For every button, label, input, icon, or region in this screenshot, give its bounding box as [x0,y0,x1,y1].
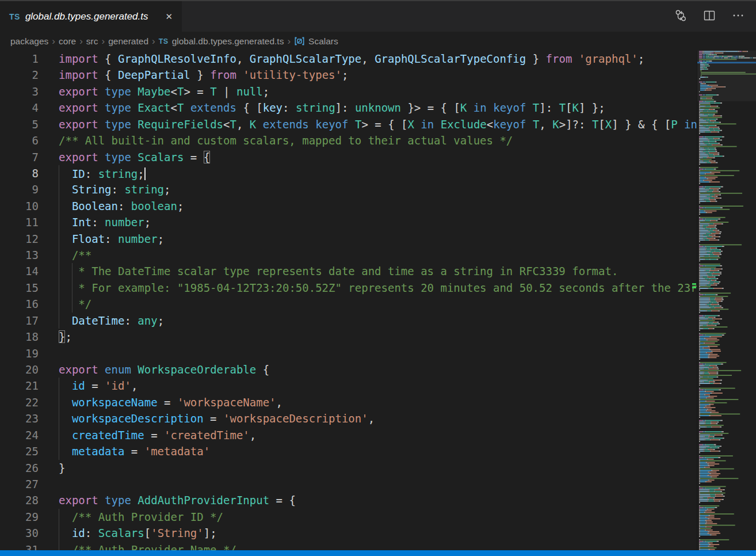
indent-guide [59,542,59,550]
indent-guide [59,525,59,541]
breadcrumb-item-global-db-types-generated-ts[interactable]: TSglobal.db.types.generated.ts [159,36,284,47]
more-actions-button[interactable] [731,9,746,24]
line-number: 18 [0,329,39,345]
split-editor-button[interactable] [702,9,717,24]
code-line[interactable]: 24 createdTime = 'createdTime', [0,427,697,443]
breadcrumb-label: src [86,36,98,47]
line-number: 21 [0,378,39,394]
more-actions-icon [731,9,745,25]
indent-guide [59,263,59,279]
chevron-right-icon: › [287,36,291,46]
line-content: Int: number; [59,214,151,230]
indent-guide [72,280,72,296]
line-content: Boolean: boolean; [59,198,184,214]
code-line[interactable]: 26} [0,460,697,476]
typescript-file-icon: TS [9,12,20,21]
indent-guide [59,394,59,410]
code-line[interactable]: 11 Int: number; [0,214,697,230]
line-number: 1 [0,51,39,67]
code-line[interactable]: 17 DateTime: any; [0,313,697,329]
code-line[interactable]: 10 Boolean: boolean; [0,198,697,214]
code-line[interactable]: 28export type AddAuthProviderInput = { [0,492,697,508]
code-line[interactable]: 9 String: string; [0,181,697,197]
line-content: /** All built-in and custom scalars, map… [59,132,513,148]
code-line[interactable]: 1import { GraphQLResolveInfo, GraphQLSca… [0,51,697,67]
code-line[interactable]: 29 /** Auth Provider ID */ [0,509,697,525]
minimap[interactable] [697,51,756,550]
indent-guide [59,165,59,182]
indent-guide [59,247,59,263]
code-line[interactable]: 13 /** [0,247,697,263]
code-line[interactable]: 23 workspaceDescription = 'workspaceDesc… [0,410,697,426]
line-content: import { DeepPartial } from 'utility-typ… [59,67,348,83]
code-line[interactable]: 27 [0,476,697,492]
tab-global-db-types[interactable]: TS global.db.types.generated.ts ✕ [0,1,182,32]
code-line[interactable]: 21 id = 'id', [0,378,697,394]
line-content: metadata = 'metadata' [59,443,210,459]
tab-bar: TS global.db.types.generated.ts ✕ [0,0,756,32]
breadcrumb-item-generated[interactable]: generated [108,36,148,47]
tab-title: global.db.types.generated.ts [25,11,158,22]
split-editor-icon [702,9,716,25]
code-line[interactable]: 5export type RequireFields<T, K extends … [0,116,697,132]
line-content: export type Maybe<T> = T | null; [59,83,269,100]
indent-guide [59,231,59,247]
code-line[interactable]: 8 ID: string; [0,165,697,181]
minimap-slider[interactable] [697,51,756,101]
code-line[interactable]: 25 metadata = 'metadata' [0,443,697,459]
indent-guide [59,214,59,230]
breadcrumb-label: generated [108,36,148,47]
chevron-right-icon: › [102,36,105,46]
line-number: 31 [0,542,39,550]
code-line[interactable]: 7export type Scalars = { [0,149,697,165]
line-number: 22 [0,394,39,410]
line-number: 7 [0,149,39,165]
line-number: 30 [0,525,39,541]
code-line[interactable]: 4export type Exact<T extends { [key: str… [0,100,697,116]
line-content: ID: string; [59,165,146,182]
line-content: Float: number; [59,231,164,247]
line-content: * For example: "1985-04-12T23:20:50.52Z"… [59,280,697,296]
line-content: export type Scalars = { [59,149,210,165]
line-content: String: string; [59,181,171,197]
code-line[interactable]: 15 * For example: "1985-04-12T23:20:50.5… [0,280,697,296]
line-content: id: Scalars['String']; [59,525,217,541]
overview-ruler-mark [692,283,696,285]
code-line[interactable]: 19 [0,345,697,361]
status-bar [0,550,756,556]
line-number: 15 [0,280,39,296]
code-editor[interactable]: 1import { GraphQLResolveInfo, GraphQLSca… [0,51,697,550]
text-cursor [144,167,146,180]
code-line[interactable]: 3export type Maybe<T> = T | null; [0,83,697,100]
indent-guide [59,378,59,394]
breadcrumb-item-scalars[interactable]: Scalars [294,36,338,47]
breadcrumb-label: global.db.types.generated.ts [172,36,284,47]
tab-close-icon[interactable]: ✕ [163,10,175,23]
chevron-right-icon: › [152,36,155,46]
breadcrumb-item-packages[interactable]: packages [10,36,48,47]
line-content: /** Auth Provider Name */ [59,542,236,550]
symbol-type-icon [294,36,305,46]
indent-guide [59,443,59,459]
code-line[interactable]: 30 id: Scalars['String']; [0,525,697,541]
code-line[interactable]: 20export enum WorkspaceOrderable { [0,361,697,378]
code-line[interactable]: 6/** All built-in and custom scalars, ma… [0,132,697,148]
code-line[interactable]: 16 */ [0,296,697,312]
chevron-right-icon: › [52,36,55,46]
code-line[interactable]: 18}; [0,329,697,345]
code-line[interactable]: 12 Float: number; [0,231,697,247]
open-changes-button[interactable] [673,9,688,24]
line-content: createdTime = 'createdTime', [59,427,256,443]
line-content: import { GraphQLResolveInfo, GraphQLScal… [59,51,644,67]
line-content: DateTime: any; [59,313,164,329]
breadcrumb-item-src[interactable]: src [86,36,98,47]
editor-actions [673,1,756,32]
code-line[interactable]: 2import { DeepPartial } from 'utility-ty… [0,67,697,83]
code-line[interactable]: 14 * The DateTime scalar type represents… [0,263,697,279]
line-number: 9 [0,181,39,197]
code-line[interactable]: 31 /** Auth Provider Name */ [0,542,697,550]
line-content: export type AddAuthProviderInput = { [59,492,296,508]
breadcrumb-item-core[interactable]: core [59,36,76,47]
indent-guide [59,313,59,329]
code-line[interactable]: 22 workspaceName = 'workspaceName', [0,394,697,410]
